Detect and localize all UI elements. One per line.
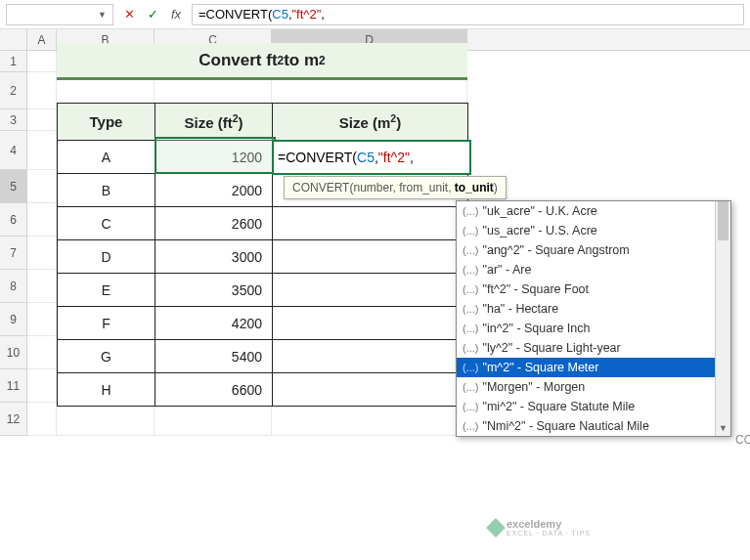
watermark: exceldemy EXCEL · DATA · TIPS (489, 518, 591, 537)
enum-icon: (...) (463, 362, 479, 373)
enum-icon: (...) (463, 323, 479, 334)
autocomplete-option[interactable]: (...)"ang^2" - Square Angstrom (457, 240, 730, 260)
name-box[interactable]: ▼ (6, 4, 113, 25)
function-tooltip: CONVERT(number, from_unit, to_unit) (284, 176, 507, 199)
formula-bar: ▼ ✕ ✓ fx =CONVERT(C5,"ft^2", (0, 0, 750, 29)
row-header-10[interactable]: 10 (0, 336, 27, 369)
row-header-1[interactable]: 1 (0, 51, 27, 72)
table-row: D3000 (58, 240, 468, 274)
autocomplete-option[interactable]: (...)"ha" - Hectare (457, 299, 730, 319)
enum-icon: (...) (463, 283, 479, 295)
enum-icon: (...) (463, 420, 479, 432)
insert-function-button[interactable]: fx (166, 5, 186, 24)
table-row: H6600 (58, 373, 468, 407)
formula-bar-buttons: ✕ ✓ fx (119, 5, 186, 24)
row-header-6[interactable]: 6 (0, 203, 27, 237)
cell-editor[interactable]: =CONVERT(C5,"ft^2", (272, 140, 471, 175)
header-size-ft[interactable]: Size (ft2) (155, 104, 273, 141)
row-header-3[interactable]: 3 (0, 109, 27, 131)
autocomplete-option[interactable]: (...)"Morgen" - Morgen (457, 377, 730, 397)
sheet-title: Convert ft2 to m2 (57, 43, 467, 80)
table-row: G5400 (58, 340, 468, 373)
header-size-m[interactable]: Size (m2) (273, 104, 468, 141)
enum-icon: (...) (463, 264, 479, 276)
autocomplete-option[interactable]: (...)"Nmi^2" - Square Nautical Mile (457, 416, 730, 436)
autocomplete-option[interactable]: (...)"ar" - Are (457, 260, 730, 280)
autocomplete-dropdown: (...)"uk_acre" - U.K. Acre(...)"us_acre"… (456, 200, 731, 437)
row-header-8[interactable]: 8 (0, 270, 27, 303)
table-row: C2600 (58, 207, 468, 240)
scroll-down-icon[interactable]: ▼ (716, 420, 730, 436)
select-all-corner[interactable] (0, 29, 27, 50)
enter-button[interactable]: ✓ (143, 5, 162, 24)
dropdown-scrollbar[interactable]: ▲ ▼ (715, 201, 730, 436)
row-header-5[interactable]: 5 (0, 170, 27, 203)
chevron-down-icon[interactable]: ▼ (98, 10, 107, 20)
enum-icon: (...) (463, 225, 479, 237)
enum-icon: (...) (463, 381, 479, 393)
exceldemy-logo-icon (486, 518, 506, 538)
row-header-4[interactable]: 4 (0, 131, 27, 170)
formula-input[interactable]: =CONVERT(C5,"ft^2", (192, 4, 744, 25)
header-type[interactable]: Type (58, 104, 155, 141)
table-row: E3500 (58, 274, 468, 307)
autocomplete-option[interactable]: (...)"mi^2" - Square Statute Mile (457, 397, 730, 416)
overflow-hint: CO (735, 433, 750, 447)
scroll-thumb[interactable] (718, 201, 728, 240)
row-header-2[interactable]: 2 (0, 72, 27, 109)
table-row: F4200 (58, 307, 468, 340)
col-header-A[interactable]: A (27, 29, 57, 50)
autocomplete-option[interactable]: (...)"uk_acre" - U.K. Acre (457, 201, 730, 221)
enum-icon: (...) (463, 401, 479, 412)
autocomplete-option[interactable]: (...)"in^2" - Square Inch (457, 319, 730, 338)
enum-icon: (...) (463, 342, 479, 354)
autocomplete-option[interactable]: (...)"us_acre" - U.S. Acre (457, 221, 730, 240)
autocomplete-option[interactable]: (...)"ly^2" - Square Light-year (457, 338, 730, 358)
cancel-button[interactable]: ✕ (119, 5, 139, 24)
row-header-7[interactable]: 7 (0, 237, 27, 270)
enum-icon: (...) (463, 244, 479, 256)
enum-icon: (...) (463, 303, 479, 315)
autocomplete-option[interactable]: (...)"m^2" - Square Meter (457, 358, 730, 377)
row-header-12[interactable]: 12 (0, 403, 27, 436)
row-header-9[interactable]: 9 (0, 303, 27, 336)
enum-icon: (...) (463, 205, 479, 217)
row-header-11[interactable]: 11 (0, 369, 27, 403)
autocomplete-option[interactable]: (...)"ft^2" - Square Foot (457, 280, 730, 299)
